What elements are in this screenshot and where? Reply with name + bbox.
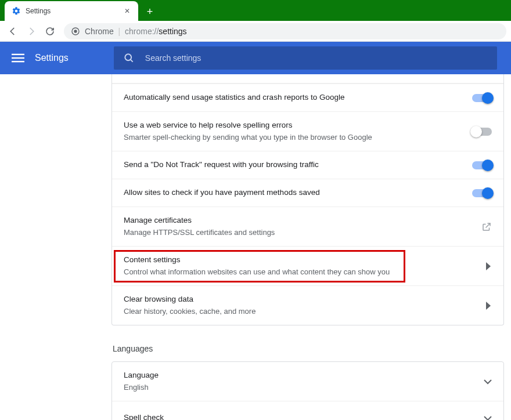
search-icon bbox=[123, 52, 135, 64]
toggle-payment-methods[interactable] bbox=[472, 189, 492, 197]
new-tab-button[interactable]: + bbox=[142, 3, 158, 20]
reload-button[interactable] bbox=[42, 23, 58, 39]
chevron-down-icon bbox=[484, 415, 492, 420]
settings-search[interactable] bbox=[114, 46, 497, 70]
chevron-down-icon bbox=[484, 379, 492, 385]
row-do-not-track: Send a "Do Not Track" request with your … bbox=[112, 151, 503, 179]
omnibox-text: Chrome | chrome://settings bbox=[85, 27, 187, 36]
row-safe-browsing-extended[interactable] bbox=[112, 74, 503, 84]
svg-rect-3 bbox=[12, 54, 24, 55]
section-label-languages: Languages bbox=[113, 344, 504, 353]
close-icon[interactable]: ✕ bbox=[122, 6, 132, 16]
chevron-right-icon bbox=[486, 262, 492, 270]
toggle-spelling-service[interactable] bbox=[472, 128, 492, 136]
settings-content: Automatically send usage statistics and … bbox=[0, 74, 511, 420]
row-usage-stats: Automatically send usage statistics and … bbox=[112, 84, 503, 111]
browser-toolbar: Chrome | chrome://settings bbox=[0, 21, 511, 42]
row-title: Use a web service to help resolve spelli… bbox=[124, 120, 463, 131]
row-language[interactable]: Language English bbox=[112, 362, 503, 401]
row-title: Spell check bbox=[124, 412, 474, 420]
site-info-icon[interactable] bbox=[71, 27, 80, 36]
svg-rect-5 bbox=[12, 61, 24, 62]
tab-strip: Settings ✕ + bbox=[0, 0, 511, 21]
address-bar[interactable]: Chrome | chrome://settings bbox=[64, 23, 506, 39]
chevron-right-icon bbox=[486, 302, 492, 310]
row-subtitle: Control what information websites can us… bbox=[124, 267, 477, 277]
privacy-card: Automatically send usage statistics and … bbox=[111, 74, 504, 325]
tab-title: Settings bbox=[26, 7, 117, 15]
menu-icon[interactable] bbox=[12, 52, 24, 64]
row-spell-check[interactable]: Spell check bbox=[112, 401, 503, 420]
forward-button[interactable] bbox=[23, 23, 39, 39]
svg-rect-4 bbox=[12, 57, 24, 59]
browser-tab-settings[interactable]: Settings ✕ bbox=[5, 1, 138, 21]
toggle-do-not-track[interactable] bbox=[472, 161, 492, 169]
row-spelling-service: Use a web service to help resolve spelli… bbox=[112, 111, 503, 151]
row-title: Automatically send usage statistics and … bbox=[124, 92, 463, 103]
row-title: Clear browsing data bbox=[124, 294, 477, 305]
settings-header: Settings bbox=[0, 42, 511, 74]
row-payment-methods: Allow sites to check if you have payment… bbox=[112, 179, 503, 207]
row-content-settings[interactable]: Content settings Control what informatio… bbox=[112, 246, 503, 285]
row-title: Language bbox=[124, 370, 474, 381]
external-link-icon bbox=[481, 222, 492, 232]
row-subtitle: Smarter spell-checking by sending what y… bbox=[124, 132, 463, 143]
row-subtitle: English bbox=[124, 382, 474, 393]
row-title: Manage certificates bbox=[124, 215, 472, 226]
svg-point-2 bbox=[74, 30, 77, 32]
svg-line-7 bbox=[130, 60, 132, 62]
row-title: Send a "Do Not Track" request with your … bbox=[124, 160, 463, 171]
gear-icon bbox=[12, 6, 21, 16]
row-manage-certificates[interactable]: Manage certificates Manage HTTPS/SSL cer… bbox=[112, 207, 503, 246]
page-title: Settings bbox=[35, 53, 69, 63]
svg-point-6 bbox=[125, 54, 131, 60]
toggle-usage-stats[interactable] bbox=[472, 94, 492, 102]
back-button[interactable] bbox=[5, 23, 21, 39]
row-subtitle: Clear history, cookies, cache, and more bbox=[124, 306, 477, 317]
settings-search-input[interactable] bbox=[145, 53, 488, 63]
row-subtitle: Manage HTTPS/SSL certificates and settin… bbox=[124, 227, 472, 238]
row-clear-browsing-data[interactable]: Clear browsing data Clear history, cooki… bbox=[112, 285, 503, 325]
row-title: Content settings bbox=[124, 255, 477, 266]
row-title: Allow sites to check if you have payment… bbox=[124, 187, 463, 198]
languages-card: Language English Spell check bbox=[111, 361, 504, 420]
